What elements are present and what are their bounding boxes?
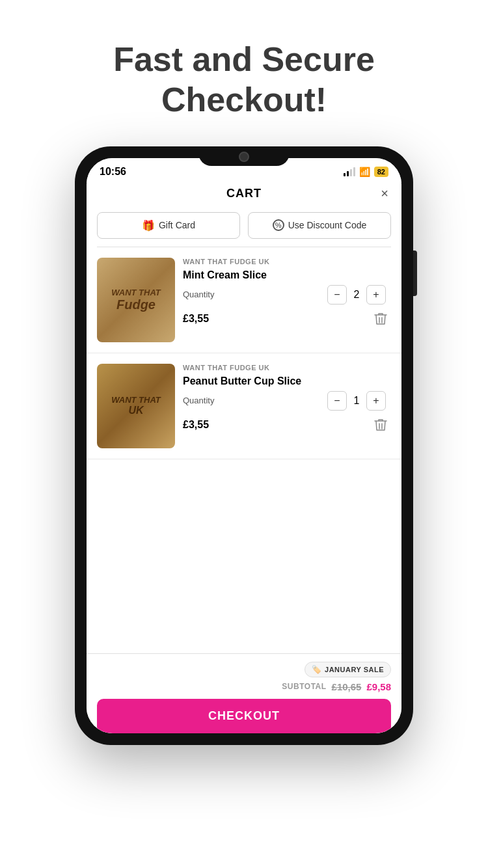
signal-icon (344, 167, 355, 176)
item-2-quantity-value: 1 (347, 395, 366, 407)
item-1-details: WANT THAT FUDGE UK Mint Cream Slice Quan… (183, 258, 391, 342)
subtotal-original: £10,65 (332, 681, 362, 692)
gift-card-label: Gift Card (159, 220, 195, 230)
phone-screen: 10:56 📶 82 CART × 🎁 Gift Card (87, 158, 401, 733)
item-2-price-row: £3,55 (183, 414, 391, 435)
item-1-image: WANT THATFudge (97, 258, 175, 342)
gift-card-button[interactable]: 🎁 Gift Card (97, 212, 240, 239)
subtotal-row: SUBTOTAL £10,65 £9,58 (97, 681, 391, 692)
action-buttons-container: 🎁 Gift Card % Use Discount Code (87, 207, 401, 247)
item-1-brand: WANT THAT FUDGE UK (183, 258, 391, 265)
subtotal-discounted: £9,58 (366, 681, 391, 692)
item-2-increase-button[interactable]: + (366, 391, 386, 411)
item-1-price: £3,55 (183, 313, 209, 325)
item-1-increase-button[interactable]: + (366, 285, 386, 305)
item-2-quantity-controls: − 1 + (327, 391, 386, 411)
cart-header: CART × (87, 183, 401, 207)
phone-notch (198, 146, 290, 166)
item-2-brand: WANT THAT FUDGE UK (183, 364, 391, 372)
item-2-name: Peanut Butter Cup Slice (183, 375, 391, 387)
item-1-quantity-value: 2 (347, 289, 366, 301)
status-time: 10:56 (100, 166, 126, 178)
sale-badge-row: 🏷️ JANUARY SALE (97, 662, 391, 677)
sale-badge: 🏷️ JANUARY SALE (305, 662, 391, 677)
phone-camera (239, 152, 249, 162)
discount-code-button[interactable]: % Use Discount Code (248, 212, 391, 239)
phone-frame: 10:56 📶 82 CART × 🎁 Gift Card (75, 146, 413, 745)
item-1-delete-button[interactable] (370, 308, 391, 329)
gift-icon: 🎁 (142, 219, 155, 232)
cart-content[interactable]: WANT THATFudge WANT THAT FUDGE UK Mint C… (87, 247, 401, 653)
item-1-price-row: £3,55 (183, 308, 391, 329)
discount-code-label: Use Discount Code (288, 220, 367, 230)
sale-badge-label: JANUARY SALE (325, 666, 384, 673)
phone-power-button (413, 251, 417, 296)
cart-footer: 🏷️ JANUARY SALE SUBTOTAL £10,65 £9,58 CH… (87, 653, 401, 733)
cart-item: WANT THATFudge WANT THAT FUDGE UK Mint C… (87, 247, 401, 353)
item-1-decrease-button[interactable]: − (327, 285, 347, 305)
cart-spacer (87, 459, 401, 472)
battery-badge: 82 (374, 167, 388, 177)
sale-tag-icon: 🏷️ (312, 665, 322, 674)
status-icons: 📶 82 (344, 167, 388, 177)
quantity-label: Quantity (183, 290, 214, 299)
item-2-details: WANT THAT FUDGE UK Peanut Butter Cup Sli… (183, 364, 391, 448)
subtotal-label: SUBTOTAL (282, 682, 326, 691)
item-2-quantity-row: Quantity − 1 + (183, 391, 391, 411)
cart-item: WANT THATUK WANT THAT FUDGE UK Peanut Bu… (87, 353, 401, 459)
item-2-decrease-button[interactable]: − (327, 391, 347, 411)
cart-title: CART (226, 187, 262, 200)
page-header: Fast and Secure Checkout! (0, 0, 488, 146)
item-2-price: £3,55 (183, 419, 209, 431)
checkout-button[interactable]: CHECKOUT (97, 699, 391, 733)
wifi-icon: 📶 (359, 167, 370, 177)
item-2-image: WANT THATUK (97, 364, 175, 448)
discount-icon: % (273, 219, 284, 231)
item-2-delete-button[interactable] (370, 414, 391, 435)
item-1-quantity-row: Quantity − 2 + (183, 285, 391, 305)
item-1-quantity-controls: − 2 + (327, 285, 386, 305)
quantity-label-2: Quantity (183, 396, 214, 405)
close-button[interactable]: × (381, 186, 388, 201)
page-title: Fast and Secure Checkout! (26, 39, 462, 120)
item-1-name: Mint Cream Slice (183, 269, 391, 281)
